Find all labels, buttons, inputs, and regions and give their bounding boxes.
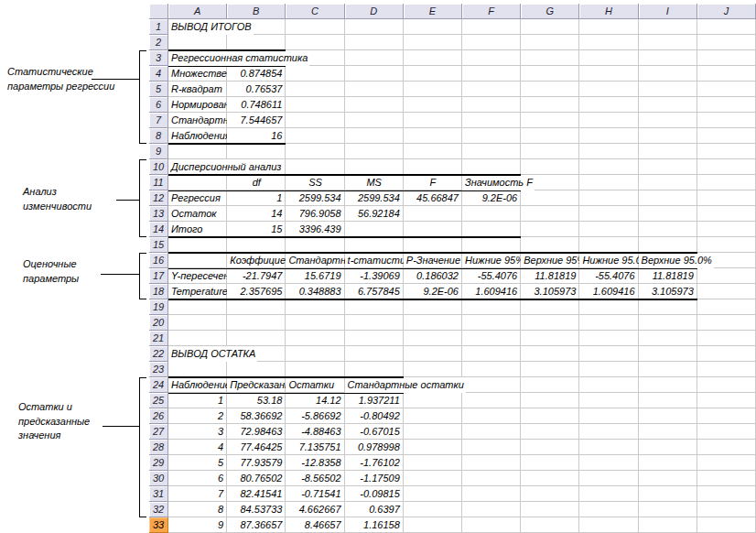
col-header-C[interactable]: C [286, 4, 344, 19]
cell-A6[interactable]: Нормированный R-квадрат [168, 97, 227, 113]
cell-D31[interactable]: -0.09815 [345, 486, 404, 502]
cell-C25[interactable]: 14.12 [286, 393, 344, 408]
cell-B25[interactable]: 53.18 [227, 393, 286, 408]
row-header-17[interactable]: 17 [149, 268, 168, 284]
cell-C17[interactable]: 15.6719 [286, 268, 344, 284]
col-header-D[interactable]: D [345, 4, 404, 19]
cell-D32[interactable]: 0.6397 [345, 502, 404, 517]
cell-D25[interactable]: 1.937211 [345, 393, 404, 408]
row-header-26[interactable]: 26 [149, 408, 168, 424]
cell-A5[interactable]: R-квадрат [168, 82, 227, 97]
cell-A25[interactable]: 1 [168, 393, 227, 408]
row-header-12[interactable]: 12 [149, 190, 168, 206]
cell-B13[interactable]: 14 [227, 206, 286, 222]
row-header-5[interactable]: 5 [149, 82, 168, 97]
cell-D24[interactable]: Стандартные остатки [345, 377, 466, 393]
row-header-3[interactable]: 3 [149, 50, 168, 66]
cell-C13[interactable]: 796.9058 [286, 206, 344, 222]
row-header-7[interactable]: 7 [149, 113, 168, 128]
cell-C18[interactable]: 0.348883 [286, 284, 344, 299]
cell-A33[interactable]: 9 [168, 517, 227, 533]
cell-B6[interactable]: 0.748611 [227, 97, 286, 113]
cell-A29[interactable]: 5 [168, 455, 227, 471]
cell-D26[interactable]: -0.80492 [345, 408, 404, 424]
cell-C31[interactable]: -0.71541 [286, 486, 344, 502]
col-header-F[interactable]: F [462, 4, 521, 19]
cell-C33[interactable]: 8.46657 [286, 517, 344, 533]
cell-F12[interactable]: 9.2E-06 [462, 190, 521, 206]
cell-B7[interactable]: 7.544657 [227, 113, 286, 128]
cell-D16[interactable]: t-статистика [345, 253, 404, 268]
cell-A17[interactable]: Y-пересечение [168, 268, 227, 284]
cell-A4[interactable]: Множественный R [168, 66, 227, 82]
cell-A12[interactable]: Регрессия [168, 190, 227, 206]
cell-A24[interactable]: Наблюдение [168, 377, 227, 393]
cell-A26[interactable]: 2 [168, 408, 227, 424]
row-header-29[interactable]: 29 [149, 455, 168, 471]
cell-F16[interactable]: Нижние 95% [462, 253, 521, 268]
cell-F18[interactable]: 1.609416 [462, 284, 521, 299]
col-header-I[interactable]: I [639, 4, 697, 19]
row-header-15[interactable]: 15 [149, 237, 168, 253]
cell-B8[interactable]: 16 [227, 128, 286, 144]
cell-C24[interactable]: Остатки [286, 377, 344, 393]
row-header-4[interactable]: 4 [149, 66, 168, 82]
row-header-8[interactable]: 8 [149, 128, 168, 144]
col-header-B[interactable]: B [227, 4, 286, 19]
cell-B5[interactable]: 0.76537 [227, 82, 286, 97]
cell-C27[interactable]: -4.88463 [286, 424, 344, 440]
row-header-33[interactable]: 33 [149, 517, 168, 533]
col-header-E[interactable]: E [404, 4, 462, 19]
row-header-32[interactable]: 32 [149, 502, 168, 517]
row-header-16[interactable]: 16 [149, 253, 168, 268]
cell-D11[interactable]: MS [345, 175, 404, 190]
col-header-G[interactable]: G [521, 4, 579, 19]
cell-C14[interactable]: 3396.439 [286, 222, 344, 237]
cell-B33[interactable]: 87.36657 [227, 517, 286, 533]
row-header-6[interactable]: 6 [149, 97, 168, 113]
cell-C29[interactable]: -12.8358 [286, 455, 344, 471]
cell-A13[interactable]: Остаток [168, 206, 227, 222]
cell-F17[interactable]: -55.4076 [462, 268, 521, 284]
cell-E17[interactable]: 0.186032 [404, 268, 462, 284]
cell-E18[interactable]: 9.2E-06 [404, 284, 462, 299]
cell-D18[interactable]: 6.757845 [345, 284, 404, 299]
cell-F11[interactable]: Значимость F [462, 175, 535, 190]
row-header-21[interactable]: 21 [149, 331, 168, 346]
cell-A32[interactable]: 8 [168, 502, 227, 517]
cell-C11[interactable]: SS [286, 175, 344, 190]
cell-H17[interactable]: -55.4076 [579, 268, 638, 284]
cell-I16[interactable]: Верхние 95.0% [639, 253, 714, 268]
cell-C26[interactable]: -5.86692 [286, 408, 344, 424]
cell-C12[interactable]: 2599.534 [286, 190, 344, 206]
cell-B29[interactable]: 77.93579 [227, 455, 286, 471]
row-header-18[interactable]: 18 [149, 284, 168, 299]
select-all-corner[interactable] [149, 4, 168, 19]
cell-A7[interactable]: Стандартная ошибка [168, 113, 227, 128]
cell-A8[interactable]: Наблюдения [168, 128, 227, 144]
cell-A28[interactable]: 4 [168, 440, 227, 455]
cell-G16[interactable]: Верхние 95% [521, 253, 579, 268]
row-header-24[interactable]: 24 [149, 377, 168, 393]
row-header-25[interactable]: 25 [149, 393, 168, 408]
cell-D30[interactable]: -1.17509 [345, 471, 404, 486]
cell-B32[interactable]: 84.53733 [227, 502, 286, 517]
cell-D13[interactable]: 56.92184 [345, 206, 404, 222]
cell-A1[interactable]: ВЫВОД ИТОГОВ [168, 19, 254, 35]
cell-D28[interactable]: 0.978998 [345, 440, 404, 455]
cell-B31[interactable]: 82.41541 [227, 486, 286, 502]
cell-B28[interactable]: 77.46425 [227, 440, 286, 455]
row-header-1[interactable]: 1 [149, 19, 168, 35]
cell-B14[interactable]: 15 [227, 222, 286, 237]
row-header-27[interactable]: 27 [149, 424, 168, 440]
cell-B17[interactable]: -21.7947 [227, 268, 286, 284]
col-header-J[interactable]: J [697, 4, 756, 19]
cell-A3[interactable]: Регрессионная статистика [168, 50, 309, 66]
cell-A27[interactable]: 3 [168, 424, 227, 440]
row-header-13[interactable]: 13 [149, 206, 168, 222]
row-header-23[interactable]: 23 [149, 362, 168, 377]
col-header-A[interactable]: A [168, 4, 227, 19]
cell-B26[interactable]: 58.36692 [227, 408, 286, 424]
cell-A18[interactable]: Temperature [168, 284, 227, 299]
cell-B11[interactable]: df [227, 175, 286, 190]
